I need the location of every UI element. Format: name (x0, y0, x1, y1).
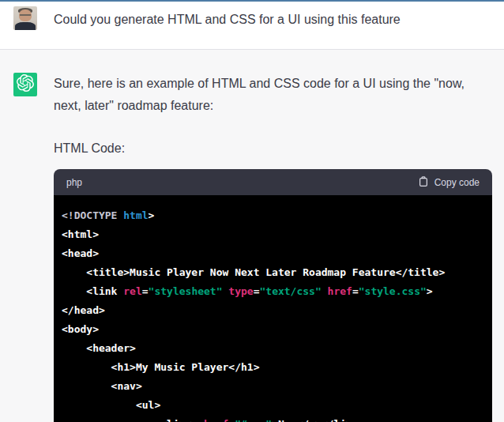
code-line: <li><a href="#now">Now</a></li> (62, 415, 484, 422)
assistant-intro: Sure, here is an example of HTML and CSS… (54, 73, 492, 117)
code-lines: <!DOCTYPE html><html><head> <title>Music… (62, 206, 484, 422)
code-line: <h1>My Music Player</h1> (62, 358, 484, 377)
assistant-content: Sure, here is an example of HTML and CSS… (54, 73, 492, 422)
openai-logo-icon (17, 74, 34, 95)
code-line: <nav> (62, 377, 484, 396)
code-line: <head> (62, 244, 484, 263)
assistant-message-row: Sure, here is an example of HTML and CSS… (0, 49, 504, 422)
copy-code-button[interactable]: Copy code (418, 175, 480, 190)
code-line: <html> (62, 225, 484, 244)
code-line: </head> (62, 301, 484, 320)
user-avatar-shirt (15, 22, 36, 30)
user-avatar-glasses (20, 14, 31, 17)
copy-code-label: Copy code (434, 177, 480, 188)
assistant-intro-line: next, later" roadmap feature: (54, 95, 492, 117)
chatgpt-avatar (13, 73, 37, 96)
assistant-intro-line: Sure, here is an example of HTML and CSS… (54, 73, 492, 95)
code-line: <!DOCTYPE html> (62, 206, 484, 225)
code-line: <title>Music Player Now Next Later Roadm… (62, 263, 484, 282)
code-line: <ul> (62, 396, 484, 415)
code-block: php Copy code <!DOCTYPE html><html><head… (54, 169, 492, 422)
code-block-header: php Copy code (54, 169, 492, 195)
user-message-row: Could you generate HTML and CSS for a UI… (0, 2, 504, 49)
code-section-label: HTML Code: (54, 138, 492, 160)
code-line: <header> (62, 339, 484, 358)
clipboard-icon (418, 175, 429, 190)
user-message-text: Could you generate HTML and CSS for a UI… (54, 6, 401, 49)
code-language-label: php (66, 177, 82, 188)
user-avatar (13, 6, 37, 30)
code-line: <body> (62, 320, 484, 339)
code-line: <link rel="stylesheet" type="text/css" h… (62, 282, 484, 301)
code-editor-area: <!DOCTYPE html><html><head> <title>Music… (54, 195, 492, 422)
